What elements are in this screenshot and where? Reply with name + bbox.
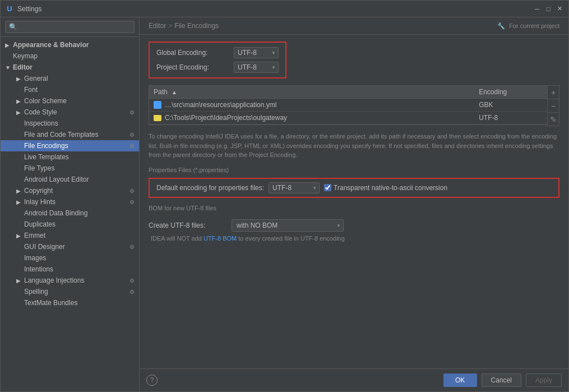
sidebar-item-file-encodings[interactable]: File Encodings⚙ — [1, 140, 139, 151]
info-text: To change encoding IntelliJ IDEA uses fo… — [149, 132, 559, 160]
bom-create-row: Create UTF-8 files: with NO BOM with BOM… — [149, 219, 559, 232]
settings-badge-icon: ⚙ — [129, 188, 135, 194]
minimize-button[interactable]: ─ — [533, 4, 542, 13]
add-file-button[interactable]: + — [548, 86, 559, 99]
sidebar-item-live-templates[interactable]: Live Templates — [1, 151, 139, 163]
arrow-icon: ▶ — [16, 188, 22, 194]
sidebar-item-keymap[interactable]: Keymap — [1, 50, 139, 62]
sidebar-item-file-types[interactable]: File Types — [1, 163, 139, 174]
sidebar-item-appearance[interactable]: ▶Appearance & Behavior — [1, 39, 139, 50]
global-encoding-label: Global Encoding: — [156, 49, 229, 57]
sidebar-item-code-style[interactable]: ▶Code Style⚙ — [1, 107, 139, 118]
sidebar-item-textmate[interactable]: TextMate Bundles — [1, 297, 139, 308]
ok-button[interactable]: OK — [443, 373, 477, 387]
search-box — [1, 17, 139, 37]
arrow-icon: ▶ — [16, 98, 22, 104]
sidebar-item-color-scheme[interactable]: ▶Color Scheme — [1, 95, 139, 107]
settings-badge-icon: ⚙ — [129, 244, 135, 250]
sidebar-item-android-data[interactable]: Android Data Binding — [1, 207, 139, 219]
file-table: Path ▲ Encoding …\src\main\res — [149, 86, 559, 124]
sidebar-item-inspections[interactable]: Inspections — [1, 118, 139, 129]
sidebar-item-android-layout[interactable]: Android Layout Editor — [1, 174, 139, 185]
table-row[interactable]: …\src\main\resources\application.yml GBK — [149, 99, 559, 112]
sidebar-item-spelling[interactable]: Spelling⚙ — [1, 286, 139, 297]
transparent-checkbox[interactable] — [324, 184, 331, 191]
apply-button[interactable]: Apply — [526, 373, 562, 387]
nav-label: Android Layout Editor — [24, 176, 135, 183]
search-input[interactable] — [5, 21, 135, 33]
properties-section-title: Properties Files (*.properties) — [149, 167, 559, 173]
nav-label: Copyright — [24, 187, 129, 195]
bom-note-suffix: to every created file in UTF-8 encoding — [237, 235, 345, 242]
breadcrumb-editor: Editor — [149, 22, 166, 30]
sidebar-item-language-injections[interactable]: ▶Language Injections⚙ — [1, 275, 139, 286]
path-column-header[interactable]: Path ▲ — [149, 86, 474, 99]
global-encoding-select[interactable]: UTF-8 UTF-16 GBK — [234, 47, 279, 58]
sidebar-item-file-code-templates[interactable]: File and Code Templates⚙ — [1, 129, 139, 140]
settings-badge-icon: ⚙ — [129, 199, 135, 205]
settings-badge-icon: ⚙ — [129, 143, 135, 149]
path-text: …\src\main\resources\application.yml — [165, 101, 276, 109]
arrow-icon: ▶ — [16, 109, 22, 116]
arrow-icon: ▶ — [5, 42, 11, 48]
nav-label: File Encodings — [24, 142, 129, 150]
sidebar-item-emmet[interactable]: ▶Emmet — [1, 230, 139, 241]
app-icon: U — [5, 4, 14, 13]
project-encoding-label: Project Encoding: — [156, 63, 229, 71]
arrow-icon: ▶ — [16, 76, 22, 82]
wrench-icon: 🔧 — [497, 22, 505, 29]
nav-label: Color Scheme — [24, 97, 135, 105]
nav-label: Emmet — [24, 232, 135, 239]
table-toolbar: + − ✎ — [547, 86, 559, 126]
window-title: Settings — [17, 5, 533, 13]
arrow-icon: ▶ — [16, 233, 22, 239]
nav-label: Inlay Hints — [24, 198, 129, 206]
props-encoding-wrapper: UTF-8 ISO-8859-1 GBK — [269, 182, 320, 193]
sidebar-item-general[interactable]: ▶General — [1, 73, 139, 84]
arrow-icon: ▼ — [5, 64, 11, 71]
bom-section-title: BOM for new UTF-8 files — [149, 205, 559, 211]
sidebar-item-images[interactable]: Images — [1, 252, 139, 264]
main-content: ▶Appearance & BehaviorKeymap▼Editor▶Gene… — [1, 17, 568, 391]
arrow-icon: ▶ — [16, 278, 22, 284]
edit-file-button[interactable]: ✎ — [548, 113, 559, 126]
props-encoding-select[interactable]: UTF-8 ISO-8859-1 GBK — [269, 182, 320, 193]
bom-create-select[interactable]: with NO BOM with BOM with BOM (macOS/Lin… — [232, 219, 344, 232]
remove-file-button[interactable]: − — [548, 99, 559, 113]
transparent-label[interactable]: Transparent native-to-ascii conversion — [324, 184, 447, 192]
nav-label: Images — [24, 254, 135, 262]
arrow-icon: ▶ — [16, 199, 22, 205]
window-controls: ─ □ ✕ — [533, 4, 564, 13]
cancel-button[interactable]: Cancel — [482, 373, 521, 387]
nav-label: Language Injections — [24, 276, 129, 284]
nav-label: Duplicates — [24, 220, 135, 228]
settings-badge-icon: ⚙ — [129, 278, 135, 284]
panel-content: Global Encoding: UTF-8 UTF-16 GBK Projec… — [140, 35, 568, 368]
settings-badge-icon: ⚙ — [129, 132, 135, 138]
close-button[interactable]: ✕ — [555, 4, 564, 13]
sidebar-item-intentions[interactable]: Intentions — [1, 264, 139, 275]
help-button[interactable]: ? — [146, 375, 158, 386]
file-table-container: Path ▲ Encoding …\src\main\res — [149, 85, 559, 125]
encoding-column-header[interactable]: Encoding — [474, 86, 559, 99]
for-project-link[interactable]: 🔧 For current project — [497, 22, 559, 30]
sidebar-item-editor[interactable]: ▼Editor — [1, 62, 139, 73]
nav-label: Spelling — [24, 288, 129, 296]
sidebar-item-gui-designer[interactable]: GUI Designer⚙ — [1, 241, 139, 252]
sidebar-item-duplicates[interactable]: Duplicates — [1, 219, 139, 230]
utf8-bom-link[interactable]: UTF-8 BOM — [203, 235, 237, 242]
sidebar-item-inlay-hints[interactable]: ▶Inlay Hints⚙ — [1, 196, 139, 207]
breadcrumb: Editor > File Encodings 🔧 For current pr… — [140, 17, 568, 35]
global-encoding-wrapper: UTF-8 UTF-16 GBK — [234, 47, 279, 58]
bom-section: BOM for new UTF-8 files Create UTF-8 fil… — [149, 205, 559, 242]
breadcrumb-file-encodings: File Encodings — [174, 22, 219, 30]
nav-items: ▶Appearance & BehaviorKeymap▼Editor▶Gene… — [1, 37, 139, 391]
sidebar-item-font[interactable]: Font — [1, 84, 139, 95]
sidebar-item-copyright[interactable]: ▶Copyright⚙ — [1, 185, 139, 196]
for-project-text: For current project — [509, 22, 559, 29]
table-row[interactable]: C:\Tools\Project\IdeaProjects\oulgateway… — [149, 112, 559, 124]
bom-note: IDEA will NOT add UTF-8 BOM to every cre… — [149, 235, 559, 242]
sort-arrow-icon: ▲ — [172, 89, 177, 95]
project-encoding-select[interactable]: UTF-8 UTF-16 GBK — [234, 62, 279, 73]
maximize-button[interactable]: □ — [544, 4, 553, 13]
